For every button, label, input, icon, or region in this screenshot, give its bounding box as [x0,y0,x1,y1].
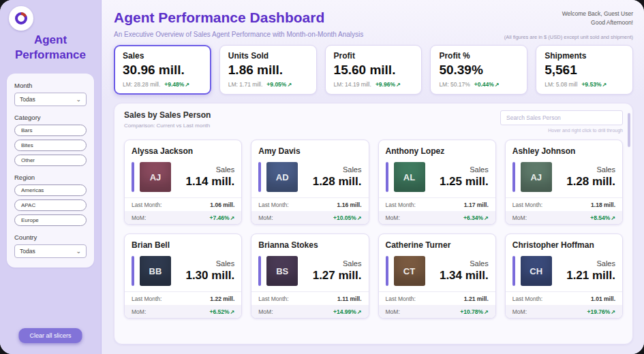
trend-up-icon: ↗ [230,309,235,315]
country-dropdown[interactable]: Todas ⌄ [14,244,87,258]
mom-value: +10.05% [333,214,356,221]
sales-value: 1.28 mill. [303,175,361,189]
mom-label: MoM: [132,308,146,315]
filter-label-country: Country [14,234,87,241]
mom-value: +8.54% [590,214,610,221]
last-month-label: Last Month: [512,295,542,302]
trend-up-icon: ↗ [602,82,607,88]
agent-avatar: CT [394,256,425,286]
filter-label-category: Category [14,114,87,121]
mom-value: +6.34% [463,214,483,221]
agent-avatar: BS [266,256,298,286]
avatar-initials: AL [403,172,415,182]
page-title: Agent Performance Dashboard [114,10,363,26]
agent-card-alyssa-jackson[interactable]: Alyssa Jackson AJ Sales 1.14 mill. Last … [124,140,242,225]
mom-value: +19.76% [587,308,611,315]
region-pill-apac[interactable]: APAC [14,199,87,211]
kpi-card-sales[interactable]: Sales 30.96 mill. LM: 28.28 mill. +9.48%… [114,45,211,95]
agent-avatar: BB [140,256,171,286]
avatar-initials: AJ [150,172,162,182]
trend-up-icon: ↗ [185,82,189,88]
last-month-label: Last Month: [132,295,162,302]
avatar-initials: CT [403,266,415,276]
trend-up-icon: ↗ [611,215,615,221]
avatar-initials: BS [276,266,288,276]
kpi-card-units-sold[interactable]: Units Sold 1.86 mill. LM: 1.71 mill. +9.… [219,45,317,95]
sales-value: 1.27 mill. [303,269,361,283]
kpi-last-month: LM: 5.08 mill [545,81,577,88]
kpi-mom: +9.05% [266,81,286,88]
mom-label: MoM: [258,308,273,315]
kpi-last-month: LM: 14.19 mill. [334,81,371,88]
avatar-accent-bar [512,256,515,286]
clear-slicers-button[interactable]: Clear all slicers [18,328,82,343]
agent-card-ashley-johnson[interactable]: Ashley Johnson AJ Sales 1.28 mill. Last … [505,140,623,225]
sales-label: Sales [177,259,234,268]
kpi-value: 50.39% [439,63,519,78]
agent-card-anthony-lopez[interactable]: Anthony Lopez AL Sales 1.25 mill. Last M… [378,140,496,225]
agent-card-amy-davis[interactable]: Amy Davis AD Sales 1.28 mill. Last Month… [251,140,369,225]
trend-up-icon: ↗ [230,215,235,221]
agent-avatar: AL [394,162,425,192]
header-right: Welcome Back, Guest User Good Afternoon!… [504,5,633,42]
agent-grid: Alyssa Jackson AJ Sales 1.14 mill. Last … [124,140,623,319]
agent-card-catherine-turner[interactable]: Catherine Turner CT Sales 1.34 mill. Las… [378,234,496,319]
kpi-mom: +9.48% [164,81,184,88]
dashboard-root: Agent Performance Month Todas ⌄ Category… [0,0,644,354]
mom-label: MoM: [512,308,527,315]
trend-up-icon: ↗ [484,309,489,315]
kpi-label: Shipments [545,51,624,61]
agent-avatar: AJ [140,162,171,192]
header: Agent Performance Dashboard An Executive… [114,5,633,42]
last-month-value: 1.17 mill. [464,202,489,208]
search-sales-person-input[interactable] [500,110,623,125]
agent-name: Brianna Stokes [258,240,361,250]
section-header-right: Hover and right click to drill through [500,110,623,133]
agent-card-christopher-hoffman[interactable]: Christopher Hoffman CH Sales 1.21 mill. … [505,234,623,319]
last-month-label: Last Month: [132,202,162,208]
kpi-last-month: LM: 28.28 mill. [123,81,160,88]
section-subtitle: Comparison: Current vs Last month [124,123,211,129]
agent-card-brian-bell[interactable]: Brian Bell BB Sales 1.30 mill. Last Mont… [124,234,242,319]
month-dropdown[interactable]: Todas ⌄ [14,93,87,106]
mom-value: +14.99% [333,308,356,315]
kpi-label: Profit % [439,51,519,61]
agent-name: Ashley Johnson [512,146,615,156]
agent-name: Amy Davis [258,146,361,156]
chevron-down-icon: ⌄ [76,97,81,101]
trend-up-icon: ↗ [287,82,292,88]
mom-label: MoM: [386,308,400,315]
agent-card-brianna-stokes[interactable]: Brianna Stokes BS Sales 1.27 mill. Last … [251,234,369,319]
chevron-down-icon: ⌄ [76,249,81,253]
kpi-card-profit[interactable]: Profit 15.60 mill. LM: 14.19 mill. +9.96… [325,45,423,95]
last-month-label: Last Month: [512,202,542,208]
sales-value: 1.34 mill. [431,269,489,283]
kpi-card-shipments[interactable]: Shipments 5,561 LM: 5.08 mill +9.53%↗ [536,45,633,95]
category-pill-bars[interactable]: Bars [14,125,87,136]
last-month-value: 1.18 mill. [591,202,615,208]
scrollbar[interactable] [628,113,630,147]
kpi-mom: +9.96% [375,81,395,88]
agent-name: Catherine Turner [386,240,489,250]
kpi-value: 15.60 mill. [334,63,414,78]
sales-label: Sales [557,165,615,174]
kpi-card-profit-pct[interactable]: Profit % 50.39% LM: 50.17% +0.44%↗ [430,45,527,95]
month-dropdown-value: Todas [20,96,35,103]
kpi-mom: +0.44% [474,81,494,88]
category-pill-bites[interactable]: Bites [14,140,87,151]
mom-label: MoM: [258,214,273,221]
trend-up-icon: ↗ [357,309,362,315]
mom-value: +7.46% [209,214,229,221]
welcome-line1: Welcome Back, Guest User [504,10,633,18]
category-pill-other[interactable]: Other [14,155,87,166]
sales-value: 1.25 mill. [431,175,489,189]
region-pill-americas[interactable]: Americas [14,184,87,196]
kpi-label: Profit [334,51,414,61]
last-month-value: 1.11 mill. [337,295,361,302]
region-pill-europe[interactable]: Europe [14,214,87,226]
trend-up-icon: ↗ [396,82,401,88]
sales-value: 1.14 mill. [177,175,234,189]
avatar-initials: CH [530,266,542,276]
avatar-accent-bar [258,162,261,192]
avatar-initials: AJ [530,172,542,182]
